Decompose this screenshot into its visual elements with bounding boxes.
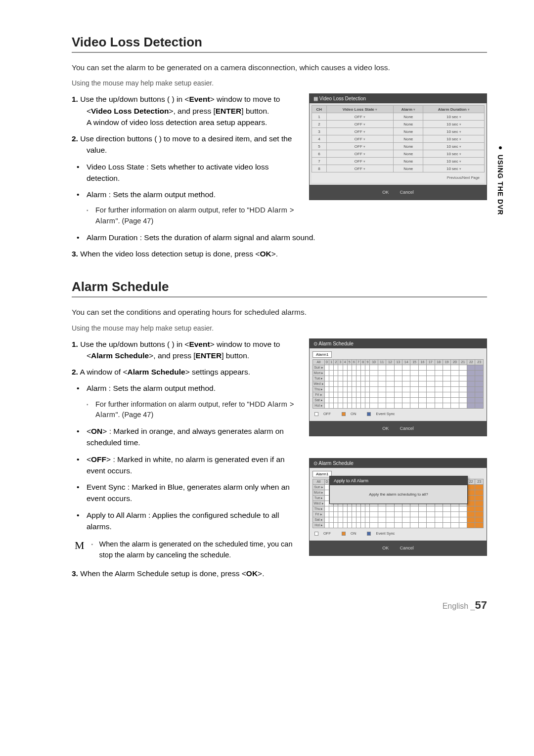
bullet-duration: Alarm Duration : Sets the duration of al…: [72, 232, 487, 243]
page-footer: English _57: [72, 584, 487, 612]
intro-1: You can set the alarm to be generated on…: [72, 62, 487, 73]
sched-panel-2: ⊙ Alarm Schedule Alarm1 All0123456789101…: [309, 458, 487, 556]
table-row: 1OFF▾None10 sec▾: [312, 113, 485, 121]
cancel-button[interactable]: Cancel: [400, 546, 414, 550]
ok-button[interactable]: OK: [382, 426, 389, 431]
table-row: 7OFF▾None10 sec▾: [312, 158, 485, 165]
sub-hdd-2: For further information on alarm output,…: [72, 399, 299, 421]
table-row: 8OFF▾None10 sec▾: [312, 165, 485, 172]
alarm-select[interactable]: Alarm1: [312, 351, 332, 358]
step3: 3. When the video loss detection setup i…: [72, 248, 487, 259]
heading-alarm-schedule: Alarm Schedule: [72, 279, 487, 294]
schedule-grid[interactable]: All0123456789101112131415161718192021222…: [312, 359, 484, 409]
popup-msg: Apply the alarm scheduling to all?: [330, 485, 467, 504]
bullet-state: Video Loss State : Sets whether to activ…: [72, 161, 299, 184]
table-row: 3OFF▾None10 sec▾: [312, 128, 485, 135]
s2-step3: 3. When the Alarm Schedule setup is done…: [72, 568, 299, 579]
ok-button[interactable]: OK: [382, 546, 389, 550]
s2-bul1: Alarm : Sets the alarm output method.: [72, 382, 299, 394]
step1: 1. Use the up/down buttons ( ) in <Event…: [72, 93, 299, 128]
sub-hdd-1: For further information on alarm output,…: [72, 205, 299, 227]
intro-2: You can set the conditions and operating…: [72, 306, 487, 318]
note-m: M When the alarm is generated on the sch…: [75, 539, 299, 561]
table-row: 6OFF▾None10 sec▾: [312, 150, 485, 158]
heading-video-loss: Video Loss Detection: [72, 35, 487, 50]
s2-bul2: <ON> : Marked in orange, and always gene…: [72, 425, 299, 449]
bullet-alarm: Alarm : Sets the alarm output method.: [72, 189, 299, 200]
vld-panel-title: ▦ Video Loss Detection: [310, 94, 487, 103]
popup-title: Apply to All Alarm: [330, 476, 467, 485]
cancel-button[interactable]: Cancel: [400, 426, 414, 431]
s2-bul4: Event Sync : Marked in Blue, generates a…: [72, 481, 299, 504]
s2-bul3: <OFF> : Marked in white, no alarm is gen…: [72, 454, 299, 477]
vld-panel: ▦ Video Loss Detection CH Video Loss Sta…: [309, 93, 487, 200]
ok-button[interactable]: OK: [382, 190, 389, 195]
sched-panel-1: ⊙ Alarm Schedule Alarm1 All0123456789101…: [309, 338, 487, 436]
table-row: 4OFF▾None10 sec▾: [312, 135, 485, 143]
prev-next[interactable]: Previous/Next Page: [312, 172, 485, 183]
s2-step2: 2. A window of <Alarm Schedule> settings…: [72, 366, 299, 378]
cancel-button[interactable]: Cancel: [400, 190, 414, 195]
s2-bul5: Apply to All Alarm : Applies the configu…: [72, 509, 299, 533]
apply-all-popup: Apply to All Alarm Apply the alarm sched…: [329, 476, 468, 504]
table-row: 2OFF▾None10 sec▾: [312, 121, 485, 128]
side-tab: USING THE DVR: [496, 143, 504, 215]
mouse-hint-1: Using the mouse may help make setup easi…: [72, 78, 487, 88]
s2-step1: 1. Use the up/down buttons ( ) in <Event…: [72, 338, 299, 362]
step2: 2. Use direction buttons ( ) to move to …: [72, 133, 299, 156]
vld-table[interactable]: CH Video Loss State▾ Alarm▾ Alarm Durati…: [312, 105, 485, 172]
table-row: 5OFF▾None10 sec▾: [312, 143, 485, 150]
mouse-hint-2: Using the mouse may help make setup easi…: [72, 323, 487, 334]
